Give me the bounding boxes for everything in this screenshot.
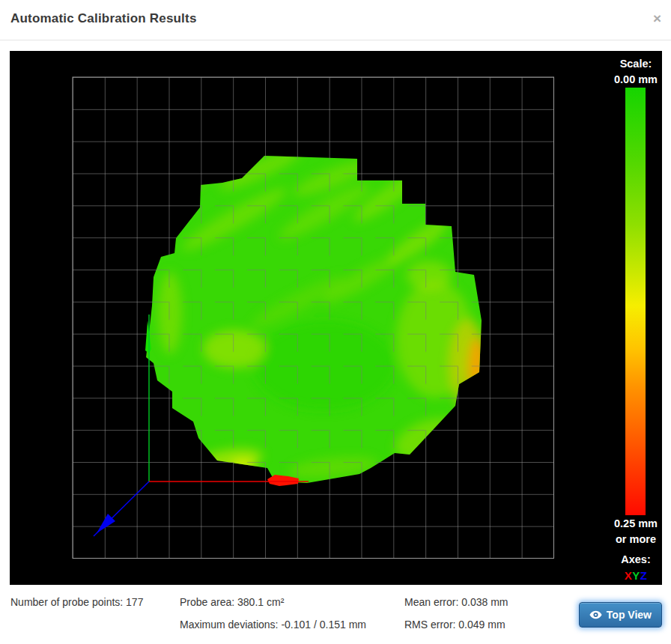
- close-icon[interactable]: ×: [653, 11, 661, 25]
- calibration-heatmap-plot[interactable]: Scale: 0.00 mm 0.25 mm or more Axes: XYZ: [10, 51, 662, 585]
- stats-column-3: Mean error: 0.038 mm RMS error: 0.049 mm: [404, 597, 508, 642]
- top-view-button[interactable]: Top View: [579, 602, 662, 628]
- results-footer: Number of probe points: 177 Probe area: …: [0, 585, 671, 644]
- dialog-header: Automatic Calibration Results ×: [0, 0, 671, 40]
- eye-icon: [589, 610, 602, 619]
- stats-column-1: Number of probe points: 177: [10, 597, 143, 619]
- heatmap-canvas: [10, 51, 662, 585]
- probe-area-stat: Probe area: 380.1 cm²: [180, 597, 366, 608]
- probe-points-stat: Number of probe points: 177: [10, 597, 143, 608]
- top-view-button-label: Top View: [607, 609, 652, 621]
- rms-error-stat: RMS error: 0.049 mm: [404, 619, 508, 631]
- calibration-results-dialog: Automatic Calibration Results ×: [0, 0, 671, 644]
- page-title: Automatic Calibration Results: [10, 11, 197, 26]
- mean-error-stat: Mean error: 0.038 mm: [404, 597, 508, 608]
- stats-column-2: Probe area: 380.1 cm² Maximum deviations…: [180, 597, 366, 642]
- max-deviations-stat: Maximum deviations: -0.101 / 0.151 mm: [180, 619, 366, 631]
